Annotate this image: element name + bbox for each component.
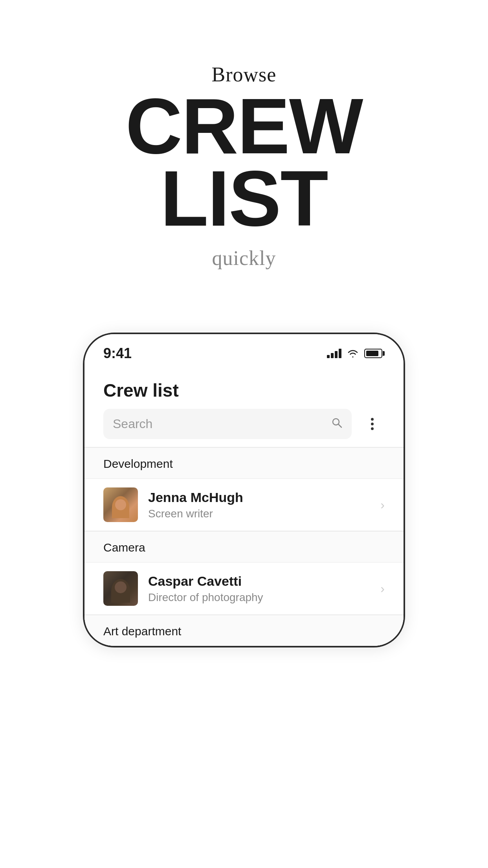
crew-name-caspar: Caspar Cavetti xyxy=(148,574,370,589)
search-icon xyxy=(331,417,342,431)
search-input[interactable]: Search xyxy=(103,409,352,439)
avatar-caspar xyxy=(103,571,138,606)
app-title: Crew list xyxy=(103,380,385,401)
crew-info-caspar: Caspar Cavetti Director of photography xyxy=(148,574,370,604)
dot-1 xyxy=(371,418,374,421)
crew-name-jenna: Jenna McHugh xyxy=(148,490,370,505)
wifi-icon xyxy=(347,349,359,358)
dot-2 xyxy=(371,423,374,425)
app-header: Crew list xyxy=(84,376,404,409)
status-bar: 9:41 xyxy=(84,334,404,368)
hero-title: CREW LIST xyxy=(125,90,362,235)
hero-section: Browse CREW LIST quickly xyxy=(0,0,488,333)
svg-line-1 xyxy=(338,424,341,427)
phone-mockup: 9:41 xyxy=(83,333,405,647)
app-content: Crew list Search Development xyxy=(84,368,404,646)
crew-role-caspar: Director of photography xyxy=(148,591,370,604)
chevron-right-jenna: › xyxy=(380,498,385,512)
section-header-art: Art department xyxy=(84,615,404,646)
signal-icon xyxy=(327,349,341,358)
status-time: 9:41 xyxy=(103,345,132,362)
status-icons xyxy=(327,349,385,358)
crew-role-jenna: Screen writer xyxy=(148,508,370,520)
search-row: Search xyxy=(84,409,404,447)
crew-item-jenna[interactable]: Jenna McHugh Screen writer › xyxy=(84,479,404,531)
more-options-button[interactable] xyxy=(360,412,385,437)
search-placeholder-text: Search xyxy=(113,417,327,431)
hero-tagline: quickly xyxy=(212,246,276,270)
dot-3 xyxy=(371,427,374,430)
crew-item-caspar[interactable]: Caspar Cavetti Director of photography › xyxy=(84,563,404,614)
avatar-jenna xyxy=(103,487,138,522)
crew-info-jenna: Jenna McHugh Screen writer xyxy=(148,490,370,520)
battery-icon xyxy=(364,349,385,358)
chevron-right-caspar: › xyxy=(380,581,385,596)
section-header-camera: Camera xyxy=(84,531,404,562)
section-header-development: Development xyxy=(84,448,404,478)
